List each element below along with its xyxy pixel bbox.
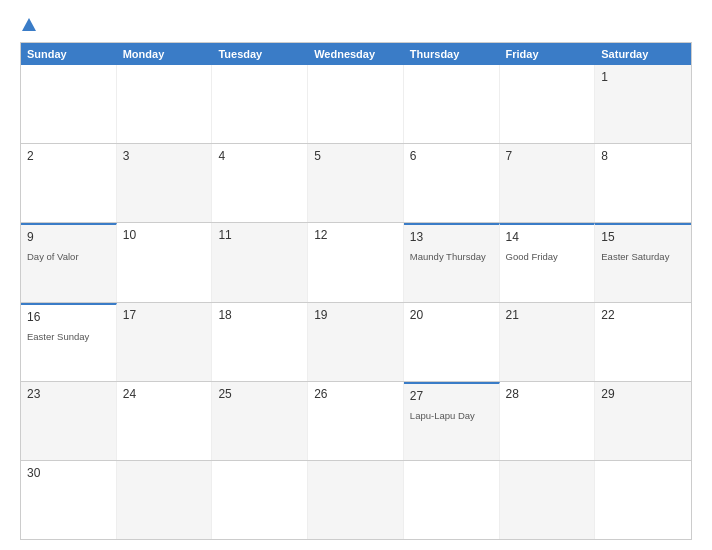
calendar-cell: 19 [308, 303, 404, 381]
calendar-cell [212, 461, 308, 539]
calendar-cell: 29 [595, 382, 691, 460]
calendar-row: 16Easter Sunday171819202122 [21, 302, 691, 381]
calendar-row: 30 [21, 460, 691, 539]
calendar-cell: 22 [595, 303, 691, 381]
calendar-cell [500, 65, 596, 143]
day-number: 29 [601, 387, 685, 401]
calendar-cell: 16Easter Sunday [21, 303, 117, 381]
calendar-cell: 11 [212, 223, 308, 301]
calendar-cell: 20 [404, 303, 500, 381]
calendar-grid: SundayMondayTuesdayWednesdayThursdayFrid… [20, 42, 692, 540]
day-number: 14 [506, 230, 589, 244]
calendar-cell: 24 [117, 382, 213, 460]
calendar-cell [595, 461, 691, 539]
calendar-cell [308, 65, 404, 143]
day-number: 16 [27, 310, 110, 324]
day-number: 13 [410, 230, 493, 244]
logo-blue-text [20, 18, 36, 32]
logo-triangle-icon [22, 18, 36, 31]
weekday-header: Friday [500, 43, 596, 65]
holiday-label: Day of Valor [27, 251, 79, 262]
calendar-cell: 30 [21, 461, 117, 539]
calendar-row: 1 [21, 65, 691, 143]
holiday-label: Easter Sunday [27, 331, 89, 342]
day-number: 20 [410, 308, 493, 322]
calendar-cell: 14Good Friday [500, 223, 596, 301]
holiday-label: Good Friday [506, 251, 558, 262]
day-number: 22 [601, 308, 685, 322]
day-number: 24 [123, 387, 206, 401]
calendar-row: 2324252627Lapu-Lapu Day2829 [21, 381, 691, 460]
calendar-row: 2345678 [21, 143, 691, 222]
day-number: 7 [506, 149, 589, 163]
calendar-cell: 25 [212, 382, 308, 460]
calendar-cell [117, 65, 213, 143]
calendar-cell: 3 [117, 144, 213, 222]
calendar-cell: 6 [404, 144, 500, 222]
weekday-header: Monday [117, 43, 213, 65]
calendar-cell [308, 461, 404, 539]
calendar-cell [404, 461, 500, 539]
calendar-body: 123456789Day of Valor10111213Maundy Thur… [21, 65, 691, 539]
calendar-cell [500, 461, 596, 539]
calendar-cell: 8 [595, 144, 691, 222]
calendar-cell [404, 65, 500, 143]
calendar-cell: 7 [500, 144, 596, 222]
holiday-label: Easter Saturday [601, 251, 669, 262]
calendar-cell: 9Day of Valor [21, 223, 117, 301]
day-number: 8 [601, 149, 685, 163]
calendar-cell: 28 [500, 382, 596, 460]
calendar-cell: 23 [21, 382, 117, 460]
day-number: 21 [506, 308, 589, 322]
calendar-cell: 2 [21, 144, 117, 222]
holiday-label: Lapu-Lapu Day [410, 410, 475, 421]
day-number: 15 [601, 230, 685, 244]
calendar-cell: 21 [500, 303, 596, 381]
weekday-header: Sunday [21, 43, 117, 65]
day-number: 10 [123, 228, 206, 242]
day-number: 4 [218, 149, 301, 163]
weekday-header: Thursday [404, 43, 500, 65]
calendar-cell [117, 461, 213, 539]
day-number: 27 [410, 389, 493, 403]
calendar-cell: 15Easter Saturday [595, 223, 691, 301]
calendar-cell: 13Maundy Thursday [404, 223, 500, 301]
day-number: 3 [123, 149, 206, 163]
day-number: 5 [314, 149, 397, 163]
day-number: 1 [601, 70, 685, 84]
day-number: 30 [27, 466, 110, 480]
calendar-page: SundayMondayTuesdayWednesdayThursdayFrid… [0, 0, 712, 550]
holiday-label: Maundy Thursday [410, 251, 486, 262]
day-number: 12 [314, 228, 397, 242]
calendar-cell: 1 [595, 65, 691, 143]
day-number: 9 [27, 230, 110, 244]
day-number: 25 [218, 387, 301, 401]
calendar-cell: 12 [308, 223, 404, 301]
calendar-cell: 17 [117, 303, 213, 381]
calendar-cell: 26 [308, 382, 404, 460]
calendar-row: 9Day of Valor10111213Maundy Thursday14Go… [21, 222, 691, 301]
weekday-header: Wednesday [308, 43, 404, 65]
calendar-cell [212, 65, 308, 143]
day-number: 23 [27, 387, 110, 401]
calendar-cell: 27Lapu-Lapu Day [404, 382, 500, 460]
weekday-header: Saturday [595, 43, 691, 65]
weekday-header: Tuesday [212, 43, 308, 65]
day-number: 18 [218, 308, 301, 322]
day-number: 19 [314, 308, 397, 322]
day-number: 28 [506, 387, 589, 401]
day-number: 6 [410, 149, 493, 163]
calendar-cell: 5 [308, 144, 404, 222]
calendar-cell [21, 65, 117, 143]
calendar-cell: 18 [212, 303, 308, 381]
calendar-header: SundayMondayTuesdayWednesdayThursdayFrid… [21, 43, 691, 65]
calendar-cell: 10 [117, 223, 213, 301]
day-number: 2 [27, 149, 110, 163]
day-number: 26 [314, 387, 397, 401]
calendar-cell: 4 [212, 144, 308, 222]
logo [20, 18, 36, 32]
day-number: 17 [123, 308, 206, 322]
header [20, 18, 692, 32]
day-number: 11 [218, 228, 301, 242]
